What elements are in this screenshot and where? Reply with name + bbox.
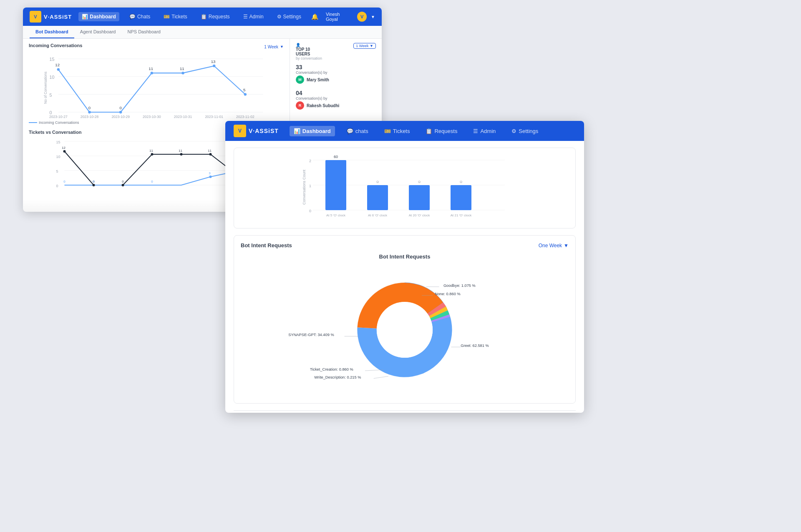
svg-text:At 6 'O' clock: At 6 'O' clock — [368, 213, 388, 217]
top-users-users: USERS — [296, 52, 322, 56]
w2-requests-label: Requests — [434, 128, 457, 134]
svg-point-12 — [181, 72, 184, 74]
w2-nav-dashboard[interactable]: 📊 Dashboard — [290, 126, 335, 136]
svg-text:11: 11 — [179, 149, 182, 153]
svg-text:11: 11 — [149, 149, 153, 153]
svg-point-39 — [93, 184, 95, 186]
w2-nav-chats[interactable]: 💬 chats — [343, 126, 373, 136]
w1-nav-requests[interactable]: 📋 Requests — [197, 12, 233, 21]
tab-nps-dashboard[interactable]: NPS Dashboard — [121, 26, 166, 38]
svg-text:11: 11 — [208, 149, 212, 153]
w1-nav-dashboard[interactable]: 📊 Dashboard — [78, 12, 119, 21]
legend-label: Incoming Conversations — [39, 120, 79, 125]
w1-user-avatar[interactable]: V — [357, 12, 367, 22]
w1-period-selector[interactable]: 1 Week ▼ — [264, 45, 284, 49]
user1-label: Conversation(s) by — [296, 70, 376, 75]
w1-username: Vinesh Goyal — [326, 12, 352, 22]
w1-nav-settings[interactable]: ⚙ Settings — [274, 12, 305, 21]
w1-nav-admin-label: Admin — [249, 14, 264, 20]
svg-point-43 — [209, 153, 212, 156]
w2-chats-label: chats — [355, 128, 368, 134]
svg-text:At 5 'O' clock: At 5 'O' clock — [326, 213, 346, 217]
svg-rect-65 — [325, 160, 346, 210]
svg-text:5: 5 — [50, 93, 52, 98]
w1-nav-chats[interactable]: 💬 Chats — [126, 12, 154, 21]
w2-dashboard-label: Dashboard — [302, 128, 331, 134]
user-entry-1: 33 Conversation(s) by M Mary Smith — [296, 64, 376, 84]
svg-text:2023-10-31: 2023-10-31 — [174, 115, 192, 119]
bell-icon[interactable]: 🔔 — [311, 13, 318, 20]
dropdown-icon[interactable]: ▼ — [371, 15, 375, 19]
dashboard-icon: 📊 — [82, 14, 88, 20]
w2-settings-label: Settings — [519, 128, 538, 134]
svg-point-42 — [180, 153, 183, 156]
svg-point-45 — [209, 176, 212, 178]
w1-nav-admin[interactable]: ☰ Admin — [240, 12, 267, 21]
w2-nav-settings[interactable]: ⚙ Settings — [507, 126, 542, 136]
svg-text:10: 10 — [50, 75, 55, 80]
svg-point-14 — [244, 93, 247, 95]
w2-bot-intent-section: Bot Intent Requests One Week ▼ Bot Inten… — [234, 235, 576, 404]
svg-rect-69 — [409, 185, 430, 210]
svg-point-8 — [57, 68, 60, 70]
svg-text:15: 15 — [56, 140, 60, 144]
user1-count: 33 — [296, 64, 376, 70]
period-label: One Week — [539, 243, 562, 248]
svg-rect-71 — [451, 185, 471, 210]
svg-text:60: 60 — [334, 155, 338, 159]
w2-nav-requests[interactable]: 📋 Requests — [421, 126, 461, 136]
svg-text:11: 11 — [149, 66, 153, 71]
top-users-title: TOP 10 — [296, 47, 322, 52]
user-entry-2: 04 Conversation(s) by R Rakesh Subudhi — [296, 90, 376, 110]
period-chevron: ▼ — [564, 243, 569, 248]
bot-intent-period[interactable]: One Week ▼ — [539, 243, 569, 248]
svg-point-11 — [151, 72, 153, 74]
svg-text:12: 12 — [55, 63, 60, 67]
w2-dashboard-icon: 📊 — [294, 128, 300, 134]
svg-text:12: 12 — [62, 146, 65, 150]
svg-text:At 21 'O' clock: At 21 'O' clock — [451, 213, 472, 217]
bot-intent-title: Bot Intent Requests — [241, 242, 292, 248]
incoming-chart-area: 15 10 5 0 — [29, 52, 284, 119]
w2-nav-admin[interactable]: ☰ Admin — [469, 126, 500, 136]
w1-nav-chats-label: Chats — [137, 14, 150, 20]
svg-text:10: 10 — [56, 155, 60, 159]
w1-period-chevron[interactable]: ▼ — [280, 45, 284, 49]
donut-svg: Goodbye: 1.075 % None: 0.860 % SYNAPSE-G… — [241, 263, 569, 396]
w1-logo-text: V·ASSiST — [44, 14, 72, 20]
user1-name: Mary Smith — [307, 78, 329, 82]
svg-text:0: 0 — [88, 105, 91, 110]
bot-intent-chart-title: Bot Intent Requests — [241, 253, 569, 260]
w1-nav-tickets[interactable]: 🎫 Tickets — [160, 12, 191, 21]
top-users-period[interactable]: 1 Week ▼ — [353, 43, 376, 49]
w2-logo-text: V·ASSiST — [249, 128, 279, 134]
svg-text:3: 3 — [209, 171, 211, 175]
requests-icon: 📋 — [201, 14, 207, 20]
svg-point-78 — [377, 302, 433, 358]
svg-text:SYNAPSE-GPT: 34.409 %: SYNAPSE-GPT: 34.409 % — [288, 333, 334, 337]
w1-period-label: 1 Week — [264, 45, 278, 49]
w1-nav-dashboard-label: Dashboard — [90, 14, 116, 20]
w1-user-area: 🔔 Vinesh Goyal V ▼ — [311, 12, 375, 22]
svg-text:2023-11-02: 2023-11-02 — [236, 115, 254, 119]
w2-nav-tickets[interactable]: 🎫 Tickets — [380, 126, 414, 136]
w2-settings-icon: ⚙ — [511, 128, 516, 134]
user2-avatar: R — [296, 101, 304, 110]
svg-text:2023-10-29: 2023-10-29 — [111, 115, 130, 119]
w1-navbar: V V·ASSiST 📊 Dashboard 💬 Chats 🎫 Tickets… — [23, 8, 382, 26]
svg-text:No of Conversations: No of Conversations — [43, 72, 48, 104]
w2-bar-chart-section: Conversations Count 2 1 0 60 ☺ — [234, 148, 576, 228]
svg-text:1: 1 — [309, 184, 311, 188]
svg-text:At 20 'O' clock: At 20 'O' clock — [409, 213, 431, 217]
tab-bot-dashboard[interactable]: Bot Dashboard — [30, 26, 74, 38]
user2-name: Rakesh Subudhi — [307, 103, 339, 108]
chats-icon: 💬 — [129, 14, 136, 20]
top-users-header: 👤 TOP 10 USERS by conversation — [296, 43, 322, 60]
tab-agent-dashboard[interactable]: Agent Dashboard — [74, 26, 122, 38]
svg-point-41 — [151, 153, 154, 156]
w2-logo-icon: V — [234, 125, 246, 137]
svg-text:0: 0 — [119, 105, 121, 110]
w2-logo: V V·ASSiST — [234, 125, 279, 137]
svg-text:5: 5 — [56, 169, 58, 173]
w2-admin-icon: ☰ — [473, 128, 478, 134]
